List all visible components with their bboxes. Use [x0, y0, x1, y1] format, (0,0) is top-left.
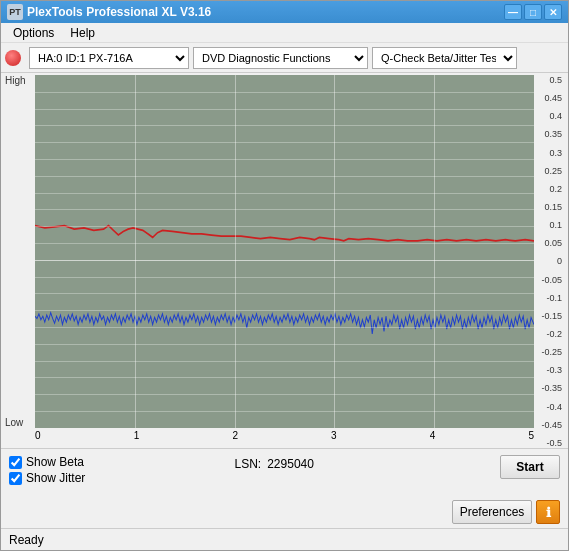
ry-7: 0.15: [544, 202, 562, 212]
app-icon: PT: [7, 4, 23, 20]
ry-1: 0.45: [544, 93, 562, 103]
device-select[interactable]: HA:0 ID:1 PX-716A: [29, 47, 189, 69]
device-icon: [5, 50, 21, 66]
buttons-area: Start: [460, 455, 560, 479]
chart-area: High Low 0.5 0.45 0.4 0.35 0.3 0.25 0.2 …: [1, 73, 568, 448]
chart-container: High Low 0.5 0.45 0.4 0.35 0.3 0.25 0.2 …: [5, 75, 564, 448]
x-label-2: 2: [232, 430, 238, 441]
info-button[interactable]: ℹ: [536, 500, 560, 524]
x-label-5: 5: [528, 430, 534, 441]
chart-y-right: 0.5 0.45 0.4 0.35 0.3 0.25 0.2 0.15 0.1 …: [534, 75, 564, 448]
bottom-row2: Preferences ℹ: [1, 500, 568, 528]
ry-8: 0.1: [549, 220, 562, 230]
bottom-controls: Show Beta Show Jitter LSN: 2295040 Start: [1, 449, 568, 500]
ry-13: -0.15: [541, 311, 562, 321]
ry-14: -0.2: [546, 329, 562, 339]
window-controls: — □ ✕: [504, 4, 562, 20]
preferences-button[interactable]: Preferences: [452, 500, 532, 524]
ry-16: -0.3: [546, 365, 562, 375]
x-label-0: 0: [35, 430, 41, 441]
show-beta-row: Show Beta: [9, 455, 235, 469]
status-bar: Ready: [1, 528, 568, 550]
menu-bar: Options Help: [1, 23, 568, 43]
chart-x-labels: 0 1 2 3 4 5: [35, 428, 534, 448]
ry-2: 0.4: [549, 111, 562, 121]
ry-17: -0.35: [541, 383, 562, 393]
show-jitter-row: Show Jitter: [9, 471, 235, 485]
lsn-label: LSN:: [235, 457, 262, 471]
ry-9: 0.05: [544, 238, 562, 248]
menu-options[interactable]: Options: [5, 24, 62, 42]
test-select[interactable]: Q-Check Beta/Jitter Test: [372, 47, 517, 69]
show-jitter-checkbox[interactable]: [9, 472, 22, 485]
minimize-button[interactable]: —: [504, 4, 522, 20]
toolbar: HA:0 ID:1 PX-716A DVD Diagnostic Functio…: [1, 43, 568, 73]
menu-help[interactable]: Help: [62, 24, 103, 42]
lsn-area: LSN: 2295040: [235, 455, 461, 471]
ry-4: 0.3: [549, 148, 562, 158]
title-bar: PT PlexTools Professional XL V3.16 — □ ✕: [1, 1, 568, 23]
window-title: PlexTools Professional XL V3.16: [27, 5, 504, 19]
ry-18: -0.4: [546, 402, 562, 412]
chart-svg: [35, 75, 534, 428]
ry-11: -0.05: [541, 275, 562, 285]
ry-10: 0: [557, 256, 562, 266]
ry-15: -0.25: [541, 347, 562, 357]
ry-3: 0.35: [544, 129, 562, 139]
checkbox-area: Show Beta Show Jitter: [9, 455, 235, 485]
x-label-1: 1: [134, 430, 140, 441]
maximize-button[interactable]: □: [524, 4, 542, 20]
show-beta-checkbox[interactable]: [9, 456, 22, 469]
main-window: PT PlexTools Professional XL V3.16 — □ ✕…: [0, 0, 569, 551]
start-button[interactable]: Start: [500, 455, 560, 479]
close-button[interactable]: ✕: [544, 4, 562, 20]
ry-20: -0.5: [546, 438, 562, 448]
show-jitter-label: Show Jitter: [26, 471, 85, 485]
ry-5: 0.25: [544, 166, 562, 176]
ry-0: 0.5: [549, 75, 562, 85]
chart-graph: [35, 75, 534, 428]
x-label-3: 3: [331, 430, 337, 441]
function-select[interactable]: DVD Diagnostic Functions: [193, 47, 368, 69]
x-label-4: 4: [430, 430, 436, 441]
lsn-value: 2295040: [267, 457, 314, 471]
y-left-bottom: Low: [5, 417, 35, 428]
chart-y-left: High Low: [5, 75, 35, 448]
status-text: Ready: [9, 533, 44, 547]
bottom-panel: Show Beta Show Jitter LSN: 2295040 Start…: [1, 448, 568, 528]
ry-19: -0.45: [541, 420, 562, 430]
ry-12: -0.1: [546, 293, 562, 303]
ry-6: 0.2: [549, 184, 562, 194]
y-left-top: High: [5, 75, 35, 86]
show-beta-label: Show Beta: [26, 455, 84, 469]
